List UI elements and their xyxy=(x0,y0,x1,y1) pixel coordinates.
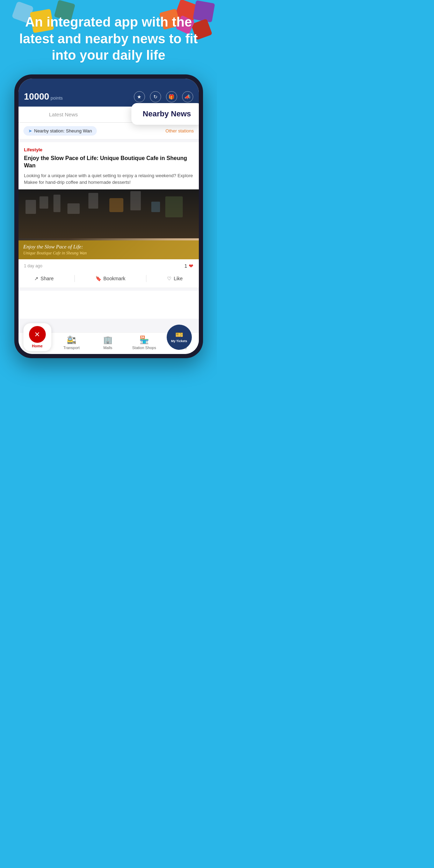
star-icon-button[interactable]: ★ xyxy=(134,91,145,102)
bookmark-icon: 🔖 xyxy=(95,276,101,281)
article-text: Lifestyle Enjoy the Slow Pace of Life: U… xyxy=(19,142,199,189)
hero-section: An integrated app with the latest and ne… xyxy=(0,0,217,74)
home-symbol: ✕ xyxy=(34,330,40,339)
nearby-news-popup-label: Nearby News xyxy=(143,109,191,118)
tabs-bar: Latest News Nearby News Nearby News xyxy=(19,107,199,123)
header-icons: ★ ↻ 🎁 📣 xyxy=(134,91,193,102)
phone-screen: 10000 points ★ ↻ 🎁 📣 Latest News Nearby … xyxy=(19,79,199,354)
article-likes: 1 ❤ xyxy=(185,263,193,269)
like-icon: ♡ xyxy=(167,276,172,281)
malls-label: Malls xyxy=(103,346,113,350)
home-label: Home xyxy=(32,344,43,348)
likes-count: 1 xyxy=(185,263,187,269)
article-image-title: Enjoy the Slow Pace of Life: xyxy=(23,244,194,250)
bookmark-button[interactable]: 🔖 Bookmark xyxy=(95,276,125,281)
nav-item-home[interactable]: ✕ Home xyxy=(23,323,51,351)
article-timestamp: 1 day ago xyxy=(24,263,43,268)
station-badge[interactable]: ➤ Nearby station: Sheung Wan xyxy=(23,126,97,136)
article-image-overlay: Enjoy the Slow Pace of Life: Unique Bout… xyxy=(19,240,199,259)
gift-icon-button[interactable]: 🎁 xyxy=(166,91,177,102)
article-image-subtitle: Unique Boutique Cafe in Sheung Wan xyxy=(23,251,194,256)
navigation-icon: ➤ xyxy=(28,128,32,133)
refresh-icon-button[interactable]: ↻ xyxy=(150,91,161,102)
status-bar xyxy=(19,79,199,88)
article-description: Looking for a unique place with a quiet … xyxy=(24,172,193,186)
content-area: ➤ Nearby station: Sheung Wan Other stati… xyxy=(19,123,199,332)
article-actions: ↗ Share 🔖 Bookmark ♡ Like xyxy=(24,273,193,284)
station-name: Nearby station: Sheung Wan xyxy=(34,128,92,133)
points-value: 10000 xyxy=(24,91,49,102)
station-shops-icon: 🏪 xyxy=(139,335,149,345)
megaphone-icon-button[interactable]: 📣 xyxy=(182,91,193,102)
article-card: Lifestyle Enjoy the Slow Pace of Life: U… xyxy=(19,142,199,288)
bookmark-label: Bookmark xyxy=(103,276,125,281)
like-button[interactable]: ♡ Like xyxy=(167,276,183,281)
action-divider-1 xyxy=(74,275,75,282)
share-label: Share xyxy=(41,276,53,281)
share-button[interactable]: ↗ Share xyxy=(34,276,53,281)
shop-image-bg xyxy=(19,189,199,238)
tickets-icon: 🎫 xyxy=(175,331,183,339)
article-category: Lifestyle xyxy=(24,147,193,152)
station-shops-label: Station Shops xyxy=(132,346,156,350)
my-tickets-label: My Tickets xyxy=(171,339,187,343)
points-display: 10000 points xyxy=(24,91,63,102)
nav-item-station-shops[interactable]: 🏪 Station Shops xyxy=(126,335,162,350)
article-meta: 1 day ago 1 ❤ xyxy=(24,263,193,269)
transport-label: Transport xyxy=(63,346,80,350)
hero-title: An integrated app with the latest and ne… xyxy=(10,14,207,64)
like-label: Like xyxy=(174,276,183,281)
phone-frame: 10000 points ★ ↻ 🎁 📣 Latest News Nearby … xyxy=(14,74,203,358)
action-divider-2 xyxy=(146,275,146,282)
tab-latest-news[interactable]: Latest News xyxy=(19,107,109,122)
article-image: Enjoy the Slow Pace of Life: Unique Bout… xyxy=(19,189,199,259)
phone-mockup: 10000 points ★ ↻ 🎁 📣 Latest News Nearby … xyxy=(0,74,217,365)
nearby-news-popup: Nearby News xyxy=(131,103,198,125)
nav-item-transport[interactable]: 🚉 Transport xyxy=(53,335,90,350)
article-footer: 1 day ago 1 ❤ ↗ Share xyxy=(19,259,199,288)
transport-icon: 🚉 xyxy=(67,335,76,345)
content-spacer xyxy=(19,291,199,319)
nav-item-malls[interactable]: 🏢 Malls xyxy=(90,335,126,350)
article-title: Enjoy the Slow Pace of Life: Unique Bout… xyxy=(24,154,193,169)
home-icon: ✕ xyxy=(29,326,46,343)
station-row: ➤ Nearby station: Sheung Wan Other stati… xyxy=(19,123,199,139)
malls-icon: 🏢 xyxy=(103,335,113,345)
bottom-nav: ✕ Home 🚉 Transport 🏢 Malls 🏪 Station Sho… xyxy=(19,332,199,354)
share-icon: ↗ xyxy=(34,276,38,281)
heart-icon: ❤ xyxy=(189,263,193,269)
other-stations-link[interactable]: Other stations xyxy=(166,128,194,133)
points-label: points xyxy=(51,95,63,101)
my-tickets-button[interactable]: 🎫 My Tickets xyxy=(167,325,192,350)
